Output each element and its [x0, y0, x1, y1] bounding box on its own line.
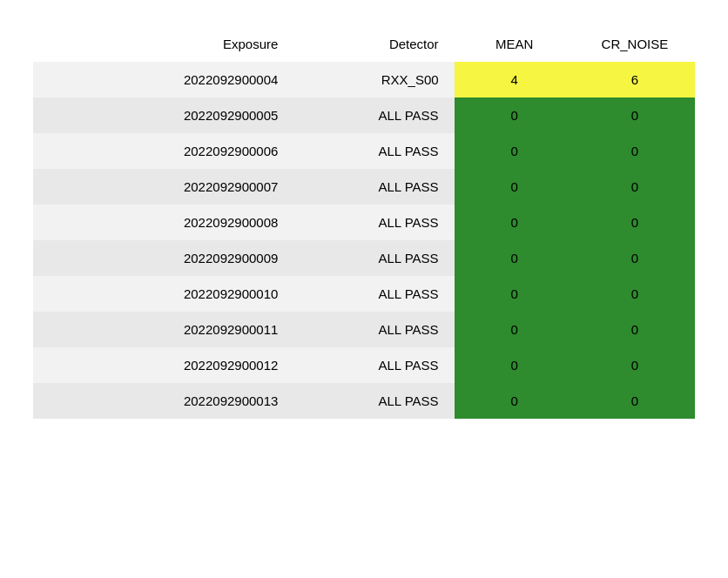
cell-exposure: 2022092900007 — [33, 169, 293, 205]
cell-detector: ALL PASS — [293, 276, 454, 312]
cell-exposure: 2022092900008 — [33, 205, 293, 240]
cell-mean: 0 — [455, 383, 575, 419]
table-row: 2022092900006ALL PASS00 — [33, 133, 695, 169]
cell-cr-noise: 0 — [575, 383, 695, 419]
cell-mean: 0 — [455, 347, 575, 383]
data-table: Exposure Detector MEAN CR_NOISE 20220929… — [33, 26, 695, 419]
table-row: 2022092900008ALL PASS00 — [33, 205, 695, 240]
cell-exposure: 2022092900006 — [33, 133, 293, 169]
cell-detector: ALL PASS — [293, 312, 454, 347]
cell-exposure: 2022092900004 — [33, 62, 293, 97]
header-exposure: Exposure — [33, 26, 293, 62]
cell-detector: ALL PASS — [293, 97, 454, 133]
header-cr-noise: CR_NOISE — [575, 26, 695, 62]
cell-detector: ALL PASS — [293, 169, 454, 205]
cell-detector: ALL PASS — [293, 133, 454, 169]
cell-mean: 4 — [455, 62, 575, 97]
main-table-container: Exposure Detector MEAN CR_NOISE 20220929… — [33, 26, 695, 419]
table-row: 2022092900010ALL PASS00 — [33, 276, 695, 312]
cell-cr-noise: 0 — [575, 133, 695, 169]
table-row: 2022092900011ALL PASS00 — [33, 312, 695, 347]
cell-exposure: 2022092900005 — [33, 97, 293, 133]
table-header-row: Exposure Detector MEAN CR_NOISE — [33, 26, 695, 62]
table-row: 2022092900005ALL PASS00 — [33, 97, 695, 133]
cell-cr-noise: 0 — [575, 347, 695, 383]
cell-mean: 0 — [455, 205, 575, 240]
cell-cr-noise: 0 — [575, 240, 695, 276]
header-mean: MEAN — [455, 26, 575, 62]
cell-mean: 0 — [455, 97, 575, 133]
cell-detector: ALL PASS — [293, 383, 454, 419]
cell-cr-noise: 6 — [575, 62, 695, 97]
cell-detector: RXX_S00 — [293, 62, 454, 97]
cell-mean: 0 — [455, 169, 575, 205]
cell-cr-noise: 0 — [575, 205, 695, 240]
cell-exposure: 2022092900012 — [33, 347, 293, 383]
cell-mean: 0 — [455, 133, 575, 169]
cell-cr-noise: 0 — [575, 97, 695, 133]
cell-exposure: 2022092900009 — [33, 240, 293, 276]
cell-cr-noise: 0 — [575, 312, 695, 347]
table-row: 2022092900013ALL PASS00 — [33, 383, 695, 419]
cell-mean: 0 — [455, 240, 575, 276]
header-detector: Detector — [293, 26, 454, 62]
cell-cr-noise: 0 — [575, 276, 695, 312]
cell-detector: ALL PASS — [293, 240, 454, 276]
cell-mean: 0 — [455, 276, 575, 312]
cell-detector: ALL PASS — [293, 347, 454, 383]
cell-exposure: 2022092900013 — [33, 383, 293, 419]
table-row: 2022092900004RXX_S0046 — [33, 62, 695, 97]
table-row: 2022092900007ALL PASS00 — [33, 169, 695, 205]
table-row: 2022092900012ALL PASS00 — [33, 347, 695, 383]
cell-exposure: 2022092900011 — [33, 312, 293, 347]
table-row: 2022092900009ALL PASS00 — [33, 240, 695, 276]
cell-exposure: 2022092900010 — [33, 276, 293, 312]
cell-cr-noise: 0 — [575, 169, 695, 205]
cell-mean: 0 — [455, 312, 575, 347]
cell-detector: ALL PASS — [293, 205, 454, 240]
